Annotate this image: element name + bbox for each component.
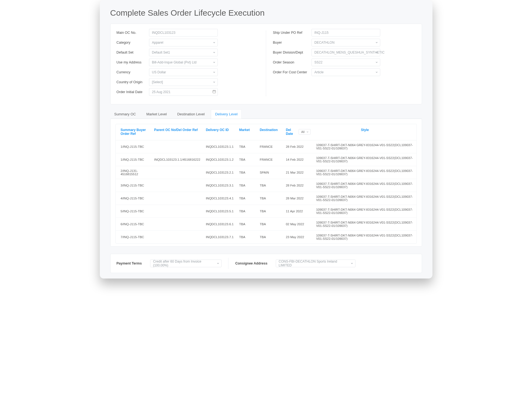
default-set-label: Default Set	[117, 51, 149, 54]
header-form-panel: Main OC No. INQDCL103123 Category Appare…	[110, 24, 422, 104]
cell-style: 109037-T-SHIRT-DKT-N064 GREY-8316244-V01…	[313, 231, 417, 244]
col-market[interactable]: Market	[236, 124, 257, 140]
cell-destination: FRANCE	[257, 153, 283, 166]
cell-del-date: 28 Feb 2022	[283, 179, 313, 192]
cell-del-date: 28 Mar 2022	[283, 192, 313, 205]
cell-style: 109037-T-SHIRT-DKT-N064 GREY-8316244-V01…	[313, 166, 417, 179]
cell-market: TBA	[236, 205, 257, 218]
cell-destination: TBA	[257, 218, 283, 231]
page-container: Complete Sales Order Lifecycle Execution…	[100, 0, 432, 279]
tab-summary-oc[interactable]: Summary OC	[110, 109, 140, 119]
order-initial-date-input[interactable]: 25 Aug 2021	[149, 88, 218, 96]
col-style[interactable]: Style	[313, 124, 417, 140]
table-row[interactable]: 1/INQ-J115-TBCINQDCL103123.1.1/451681622…	[116, 153, 417, 166]
cell-delivery-oc: INQDCL103123.4.1	[203, 192, 236, 205]
col-delivery-oc[interactable]: Delivery OC ID	[203, 124, 236, 140]
use-my-address-label: Use my Address	[117, 60, 149, 64]
cell-summary-ref: 3/INQ-J115-TBC	[116, 179, 151, 192]
category-select[interactable]: Apparel	[149, 39, 218, 46]
table-row[interactable]: 7/INQ-J115-TBCINQDCL103123.7.1TBATBA23 M…	[116, 231, 417, 244]
cell-destination: TBA	[257, 231, 283, 244]
col-del-date[interactable]: Del Date All	[283, 124, 313, 140]
cell-destination: FRANCE	[257, 140, 283, 153]
cell-parent-oc	[151, 140, 203, 153]
category-label: Category	[117, 41, 149, 44]
cell-summary-ref: 2/INQ-J131-4516815512	[116, 166, 151, 179]
buyer-select[interactable]: DECATHLON	[312, 39, 380, 46]
cell-style: 109037-T-SHIRT-DKT-N064 GREY-8316244-V01…	[313, 218, 417, 231]
table-row[interactable]: 5/INQ-J115-TBCINQDCL103123.5.1TBATBA11 A…	[116, 205, 417, 218]
tab-market-level[interactable]: Market Level	[142, 109, 171, 119]
cell-del-date: 02 May 2022	[283, 218, 313, 231]
form-right-column: Ship Under PO Ref INQ-J115 Buyer DECATHL…	[273, 29, 416, 98]
cell-market: TBA	[236, 231, 257, 244]
payment-terms-label: Payment Terms	[117, 261, 142, 265]
order-for-cost-center-label: Order For Cost Center	[273, 70, 312, 74]
chevron-down-icon	[306, 131, 309, 133]
cell-delivery-oc: INQDCL103123.7.1	[203, 231, 236, 244]
country-of-origin-label: Country of Origin	[117, 80, 149, 84]
delivery-table-panel: Summary Buyer Order Ref Parent OC No/Del…	[110, 119, 422, 247]
cell-delivery-oc: INQDCL103123.3.1	[203, 179, 236, 192]
table-row[interactable]: 6/INQ-J115-TBCINQDCL103123.6.1TBATBA02 M…	[116, 218, 417, 231]
col-del-date-label: Del Date	[286, 128, 297, 136]
cell-parent-oc	[151, 179, 203, 192]
country-of-origin-select[interactable]: [Select]	[149, 78, 218, 86]
cell-parent-oc	[151, 205, 203, 218]
payment-terms-select[interactable]: Credit after 60 Days from Invoice (100.0…	[150, 260, 222, 267]
currency-select[interactable]: US Dollar	[149, 68, 218, 76]
cell-destination: TBA	[257, 179, 283, 192]
table-row[interactable]: 2/INQ-J131-4516815512INQDCL103123.2.1TBA…	[116, 166, 417, 179]
order-season-select[interactable]: SS22	[312, 59, 380, 66]
delivery-table: Summary Buyer Order Ref Parent OC No/Del…	[116, 124, 417, 243]
ship-under-po-ref-label: Ship Under PO Ref	[273, 31, 312, 35]
cell-market: TBA	[236, 218, 257, 231]
cell-market: TBA	[236, 192, 257, 205]
cell-del-date: 21 Mar 2022	[283, 166, 313, 179]
cell-style: 109037-T-SHIRT-DKT-N064 GREY-8316244-V01…	[313, 205, 417, 218]
del-date-filter-select[interactable]: All	[299, 129, 310, 135]
col-parent-oc[interactable]: Parent OC No/Del Order Ref	[151, 124, 203, 140]
cell-parent-oc	[151, 231, 203, 244]
table-row[interactable]: 1/INQ-J115-TBCINQDCL103123.1.1TBAFRANCE2…	[116, 140, 417, 153]
table-row[interactable]: 4/INQ-J115-TBCINQDCL103123.4.1TBATBA28 M…	[116, 192, 417, 205]
use-my-address-select[interactable]: Bill-Add-Inque Global (Pvt) Ltd	[149, 59, 218, 66]
cell-delivery-oc: INQDCL103123.1.2	[203, 153, 236, 166]
cell-parent-oc	[151, 218, 203, 231]
cell-del-date: 14 Feb 2022	[283, 153, 313, 166]
main-oc-no-label: Main OC No.	[117, 31, 149, 35]
cell-parent-oc: INQDCL103123.1.1/4516816222	[151, 153, 203, 166]
calendar-icon	[212, 90, 216, 94]
cell-destination: SPAIN	[257, 166, 283, 179]
cell-market: TBA	[236, 179, 257, 192]
order-for-cost-center-select[interactable]: Article	[312, 68, 380, 76]
cell-style: 109037-T-SHIRT-DKT-N064 GREY-8316244-V01…	[313, 153, 417, 166]
col-summary-ref[interactable]: Summary Buyer Order Ref	[116, 124, 151, 140]
buyer-division-select[interactable]: DECATHLON_MENS_QUESHUA_SYNTHETIC	[312, 49, 380, 56]
order-season-label: Order Season	[273, 60, 312, 64]
tab-destination-level[interactable]: Destination Level	[173, 109, 209, 119]
cell-summary-ref: 5/INQ-J115-TBC	[116, 205, 151, 218]
cell-delivery-oc: INQDCL103123.6.1	[203, 218, 236, 231]
cell-style: 109037-T-SHIRT-DKT-N064 GREY-8316244-V01…	[313, 179, 417, 192]
consignee-address-label: Consignee Address	[235, 261, 268, 265]
buyer-label: Buyer	[273, 41, 312, 44]
tabs-bar: Summary OCMarket LevelDestination LevelD…	[110, 109, 422, 119]
cell-delivery-oc: INQDCL103123.1.1	[203, 140, 236, 153]
col-destination[interactable]: Destination	[257, 124, 283, 140]
cell-delivery-oc: INQDCL103123.5.1	[203, 205, 236, 218]
cell-parent-oc	[151, 166, 203, 179]
cell-parent-oc	[151, 192, 203, 205]
cell-destination: TBA	[257, 205, 283, 218]
form-left-column: Main OC No. INQDCL103123 Category Appare…	[117, 29, 259, 98]
table-row[interactable]: 3/INQ-J115-TBCINQDCL103123.3.1TBATBA28 F…	[116, 179, 417, 192]
consignee-address-select[interactable]: CONS-FBI-DECATHLON Sports Ireland LIMITE…	[276, 260, 355, 267]
cell-summary-ref: 1/INQ-J115-TBC	[116, 140, 151, 153]
ship-under-po-ref-input[interactable]: INQ-J115	[312, 29, 380, 37]
cell-style: 109037-T-SHIRT-DKT-N064 GREY-8316244-V01…	[313, 140, 417, 153]
main-oc-no-input[interactable]: INQDCL103123	[149, 29, 218, 37]
cell-market: TBA	[236, 153, 257, 166]
tab-delivery-level[interactable]: Delivery Level	[211, 109, 242, 119]
del-date-filter-value: All	[301, 130, 304, 133]
default-set-select[interactable]: Default Set1	[149, 49, 218, 56]
